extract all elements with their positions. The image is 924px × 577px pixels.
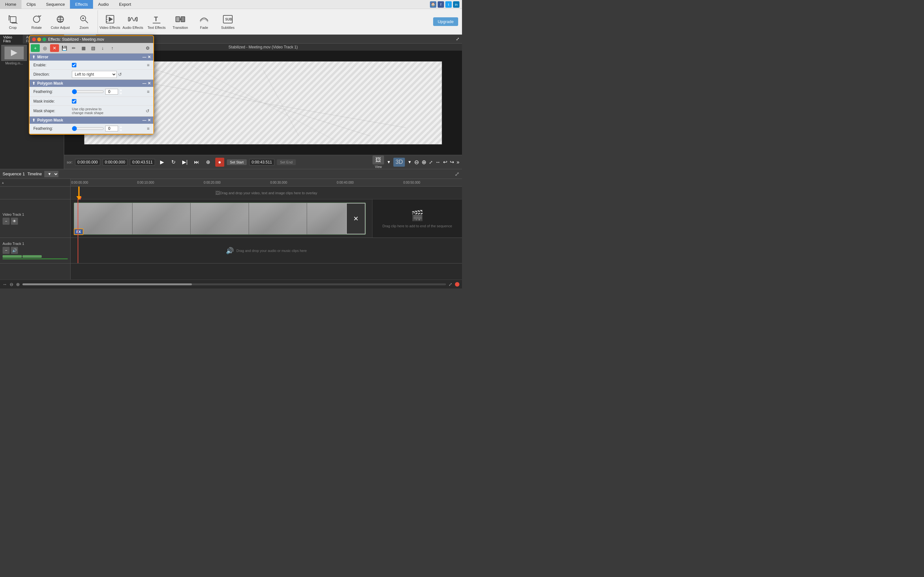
fit-width-btn[interactable]: ↔	[3, 282, 7, 287]
set-start-btn[interactable]: Set Start	[227, 159, 247, 165]
feathering-stepper-up[interactable]: ▲▼	[120, 88, 123, 95]
select-effect-btn[interactable]: ◎	[40, 44, 49, 52]
polygon-mask-1-name: Polygon Mask	[37, 81, 63, 85]
loop-btn[interactable]: ↻	[169, 158, 178, 167]
menu-export[interactable]: Export	[114, 0, 136, 9]
mirror-effect-header[interactable]: ⬆ Mirror — ✕	[29, 53, 153, 61]
3d-dropdown-arrow[interactable]: ▼	[407, 160, 412, 164]
audio-track: 🔊 Drag and drop your audio or music clip…	[71, 238, 462, 263]
edit-btn[interactable]: ✏	[69, 44, 78, 52]
polygon-mask-1-header[interactable]: ⬆ Polygon Mask — ✕	[29, 80, 153, 87]
feathering-2-stepper[interactable]: ▲▼	[120, 125, 123, 132]
timeline-dropdown[interactable]: ▼	[44, 171, 58, 177]
menu-clips[interactable]: Clips	[21, 0, 41, 9]
expand-btn[interactable]: ↔	[435, 159, 441, 165]
feathering-menu[interactable]: ≡	[147, 89, 150, 94]
color-adjust-tool[interactable]: Color Adjust	[49, 10, 72, 34]
next-frame-btn[interactable]: ▶|	[181, 158, 190, 167]
timeline-ruler: 0:00:00.000 0:00:10.000 0:00:20.000 0:00…	[71, 179, 462, 187]
mirror-enable-checkbox[interactable]	[72, 63, 76, 67]
view-dropdown-arrow[interactable]: ▼	[387, 160, 391, 164]
social-icons: 🏠 f t in	[430, 1, 462, 8]
zoom-out-timeline-btn[interactable]: ⊖	[10, 282, 13, 287]
subtitles-tool[interactable]: SUB Subtitles	[216, 10, 239, 34]
mirror-direction-reset[interactable]: ↺	[118, 72, 122, 77]
zoom-out-btn[interactable]: ⊖	[414, 159, 419, 166]
crop-tool[interactable]: Crop	[1, 10, 24, 34]
feathering-2-number[interactable]	[105, 126, 118, 131]
3d-dropdown: ▼	[407, 160, 412, 164]
save-preset-btn[interactable]: 💾	[60, 44, 69, 52]
audio-speaker-btn[interactable]: 🔊	[11, 247, 18, 254]
more-transport-btn[interactable]: ⊕	[204, 158, 213, 167]
mirror-close-btn[interactable]: ✕	[148, 55, 151, 59]
maximize-window-btn[interactable]	[42, 37, 46, 41]
facebook-icon[interactable]: f	[438, 1, 444, 8]
mirror-enable-menu[interactable]: ≡	[147, 63, 150, 68]
video-clip[interactable]: ✕	[74, 203, 366, 235]
home-social-icon[interactable]: 🏠	[430, 1, 436, 8]
record-dot[interactable]	[455, 282, 459, 287]
polygon-mask-2-minimize[interactable]: —	[142, 118, 146, 122]
minimize-window-btn[interactable]	[37, 37, 41, 41]
polygon-mask-1-close[interactable]: ✕	[148, 81, 151, 85]
mirror-collapse-icon: ⬆	[32, 55, 35, 59]
zoom-in-btn[interactable]: ⊕	[422, 159, 426, 166]
timeline-fit-btn[interactable]: ⤢	[449, 282, 452, 287]
upgrade-button[interactable]: Upgrade	[433, 17, 458, 26]
view-btn[interactable]: 🖼 View	[373, 155, 384, 169]
linkedin-icon[interactable]: in	[453, 1, 459, 8]
mirror-minimize-btn[interactable]: —	[142, 55, 146, 59]
record-btn[interactable]: ●	[215, 158, 224, 167]
audio-mute-btn[interactable]: −	[3, 247, 10, 254]
rotate-preview2-btn[interactable]: ↪	[450, 159, 454, 165]
menu-effects[interactable]: Effects	[70, 0, 93, 9]
add-effect-btn[interactable]: +	[31, 44, 40, 52]
upload-btn[interactable]: ↑	[108, 44, 117, 52]
rotate-tool[interactable]: Rotate	[25, 10, 48, 34]
polygon-mask-2-header[interactable]: ⬆ Polygon Mask — ✕	[29, 117, 153, 124]
feathering-2-menu[interactable]: ≡	[147, 126, 150, 131]
3d-btn[interactable]: 3D	[393, 158, 405, 167]
fit-btn[interactable]: ⤢	[429, 160, 433, 165]
audio-drop-icon: 🔊	[226, 247, 234, 255]
menu-audio[interactable]: Audio	[93, 0, 114, 9]
mirror-direction-select[interactable]: Left to right Right to left Top to botto…	[72, 71, 117, 78]
video-files-tab[interactable]: Video Files	[0, 35, 23, 44]
feathering-2-slider[interactable]	[72, 126, 104, 131]
zoom-in-timeline-btn[interactable]: ⊕	[16, 282, 20, 287]
skip-end-btn[interactable]: ⏭	[192, 158, 201, 167]
mask-shape-reset[interactable]: ↺	[145, 108, 150, 113]
mask-inside-checkbox[interactable]	[72, 99, 76, 103]
zoom-tool[interactable]: Zoom	[73, 10, 95, 34]
preview-expand-btn[interactable]: ⤢	[456, 37, 462, 41]
fx-badge[interactable]: FX	[74, 229, 83, 235]
rotate-preview-btn[interactable]: ↩	[443, 159, 447, 165]
video-mute-btn[interactable]: −	[3, 218, 10, 225]
download-btn[interactable]: ↓	[98, 44, 107, 52]
polygon-feathering-row: Feathering: ▲▼ ≡	[29, 87, 153, 97]
feathering-slider[interactable]	[72, 89, 104, 94]
feathering-number[interactable]	[105, 89, 118, 95]
audio-effects-tool[interactable]: Audio Effects	[121, 10, 144, 34]
menu-sequence[interactable]: Sequence	[41, 0, 70, 9]
more-view-btn[interactable]: »	[457, 159, 459, 165]
play-btn[interactable]: ▶	[158, 158, 166, 167]
filmstrip2-btn[interactable]: ▧	[89, 44, 97, 52]
video-effects-tool[interactable]: Video Effects	[97, 10, 121, 34]
delete-effect-btn[interactable]: ✕	[50, 44, 59, 52]
menu-home[interactable]: Home	[0, 0, 21, 9]
filmstrip-btn[interactable]: ▦	[79, 44, 88, 52]
polygon-mask-2-close[interactable]: ✕	[148, 118, 151, 122]
text-effects-tool[interactable]: T Text Effects	[145, 10, 168, 34]
settings-btn[interactable]: ⚙	[143, 44, 152, 52]
fade-tool[interactable]: Fade	[192, 10, 216, 34]
mask-shape-text: Use clip preview tochange mask shape	[72, 107, 103, 115]
video-eye-btn[interactable]: 👁	[11, 218, 18, 225]
close-window-btn[interactable]	[32, 37, 36, 41]
polygon-mask-1-minimize[interactable]: —	[142, 81, 146, 85]
set-end-btn[interactable]: Set End	[277, 159, 296, 165]
transition-tool[interactable]: Transition	[169, 10, 192, 34]
file-thumb-meeting[interactable]: Meeting.m...	[1, 45, 27, 168]
twitter-icon[interactable]: t	[445, 1, 452, 8]
